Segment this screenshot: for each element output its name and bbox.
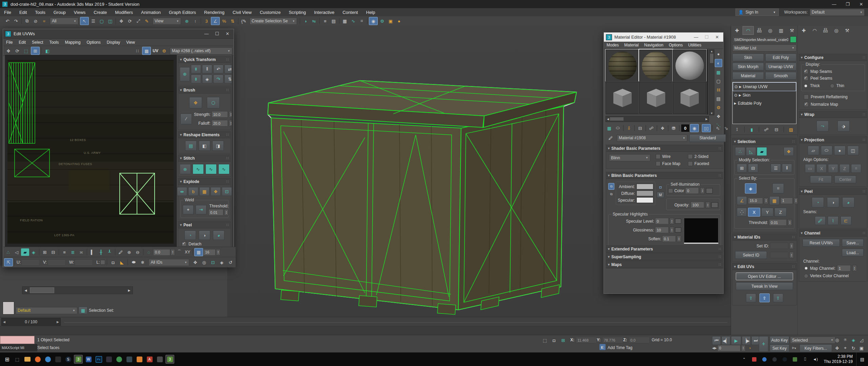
start-button[interactable]: ⊞ <box>3 355 12 364</box>
explode-header[interactable]: Explode⸬ <box>178 178 231 185</box>
planar-angle-field[interactable]: 15.0 <box>748 198 763 204</box>
backlight-icon[interactable]: ◐ <box>715 59 722 67</box>
cylindrical-map-button[interactable]: ⬭ <box>821 146 832 155</box>
spinner-snap-toggle[interactable]: ⇅ <box>229 17 237 25</box>
tray-discord-icon[interactable] <box>770 355 779 364</box>
tray-volume-icon[interactable]: ◄) <box>811 355 820 364</box>
set-id-field[interactable] <box>770 243 788 249</box>
frame-back-icon[interactable]: ◀ <box>3 320 5 324</box>
filter-selected-faces-icon[interactable]: ◣ <box>118 259 126 266</box>
grow-selection-button[interactable]: ⊞ <box>737 164 747 172</box>
menu-help[interactable]: Help <box>362 8 379 16</box>
polygon-sub-object-button[interactable]: ▰ <box>757 147 767 156</box>
menu-file[interactable]: File <box>0 8 15 16</box>
selection-filter-dropdown[interactable]: All <box>50 18 78 25</box>
make-unique-icon[interactable]: ☍ <box>762 126 770 133</box>
align-y-button[interactable]: Y <box>828 164 838 173</box>
maps-header[interactable]: Maps⸬ <box>606 261 723 268</box>
wrap-header[interactable]: Wrap⸬ <box>799 111 867 118</box>
snap-grid-icon[interactable]: ∷ <box>133 47 141 55</box>
tweak-in-view-button[interactable]: Tweak In View <box>736 282 793 290</box>
unwrap-uvw-button[interactable]: Unwrap UVW <box>765 63 797 70</box>
frame-forward-icon[interactable]: ▶ <box>57 320 59 324</box>
mat-menu-navigation[interactable]: Navigation <box>642 42 666 48</box>
tab-motion[interactable]: ◎ <box>765 26 775 35</box>
taskbar-icon-word[interactable]: W <box>84 355 93 364</box>
polygon-mode-icon[interactable]: ▰ <box>21 248 29 256</box>
taskbar-icon-autodesk[interactable]: A <box>145 355 154 364</box>
mat-menu-options[interactable]: Options <box>666 42 685 48</box>
sample-type-icon[interactable]: ● <box>715 50 722 58</box>
edge-mode-icon[interactable]: ◁ <box>13 248 21 256</box>
toggle-scene-explorer-button[interactable]: ▤ <box>330 17 338 25</box>
zoom-all-icon[interactable]: ⍟ <box>842 336 849 344</box>
weld-custom-button[interactable]: ⌖ <box>183 205 194 215</box>
pin-stack-icon[interactable]: ⟟ <box>733 126 741 133</box>
vertex-color-radio[interactable] <box>804 274 808 278</box>
current-frame-field[interactable]: 0 <box>717 345 741 351</box>
y-coord-field[interactable]: 78.776 <box>602 337 623 343</box>
make-preview-icon[interactable]: ▤ <box>715 95 722 102</box>
remove-modifier-icon[interactable]: ⊟ <box>772 126 781 133</box>
go-to-start-button[interactable]: ⏮ <box>712 336 721 345</box>
tab-motion-2[interactable]: ◎ <box>831 26 842 35</box>
map-channel-radio[interactable] <box>804 266 808 270</box>
spherical-map-button[interactable]: ● <box>834 146 846 155</box>
channel-header[interactable]: Channel⸬ <box>799 230 867 237</box>
distribute-horizontal-button[interactable]: ⇄ <box>224 65 232 74</box>
material-slot-2-active[interactable] <box>639 49 673 82</box>
fov-icon[interactable]: ◿ <box>858 336 865 344</box>
material-editor-titlebar[interactable]: 3 Material Editor - Material #1908 — ☐ ✕ <box>604 33 723 42</box>
maxscript-mini-listener[interactable] <box>0 336 35 344</box>
peel-mode-button-2[interactable]: ◑ <box>827 197 839 207</box>
edge-limit-spinner[interactable] <box>216 249 220 256</box>
close-icon[interactable]: ✕ <box>223 30 232 38</box>
self-illum-color-checkbox[interactable] <box>668 188 673 193</box>
mirror-selected-button[interactable]: ◧ <box>43 47 52 55</box>
relax-button[interactable]: ◨ <box>212 141 224 151</box>
material-slot-5[interactable] <box>639 82 673 114</box>
angle-snap-toggle[interactable]: ∠ <box>211 17 220 25</box>
shrink-selection-icon[interactable]: ⊟ <box>49 248 57 256</box>
select-and-place-button[interactable]: ✎ <box>143 17 151 25</box>
toggle-layer-explorer-button[interactable]: ≡ <box>321 17 329 25</box>
smooth-button[interactable]: Smooth <box>765 72 797 80</box>
uvw-menu-mapping[interactable]: Mapping <box>62 39 83 46</box>
taskbar-icon-firefox[interactable] <box>33 355 42 364</box>
menu-create[interactable]: Create <box>90 8 111 16</box>
close-icon[interactable]: ✕ <box>713 34 721 41</box>
uv-canvas[interactable]: 12 BOXES U.S. ARMY DETONATING FUSES FIEL… <box>5 55 177 247</box>
tab-hierarchy-2[interactable]: 品 <box>820 26 831 35</box>
axis-x-button[interactable]: X <box>748 208 760 217</box>
spline-wrap-button[interactable]: ⤳ <box>816 121 829 131</box>
shrink-loop-icon[interactable]: ≍ <box>77 248 85 256</box>
menu-graph-editors[interactable]: Graph Editors <box>165 8 200 16</box>
tray-display-icon[interactable]: ⌷ <box>801 355 810 364</box>
vertex-sub-object-button[interactable]: ∴ <box>735 147 745 156</box>
tray-antivirus-icon[interactable] <box>750 355 759 364</box>
selection-threshold-spinner[interactable] <box>788 219 792 226</box>
select-id-button[interactable]: Select ID <box>735 251 767 259</box>
select-by-edge-loop-button[interactable]: ⌗ <box>772 183 784 194</box>
configure-modifier-sets-icon[interactable]: ▨ <box>787 126 795 133</box>
zoom-viewport-icon[interactable]: ◎ <box>833 336 841 344</box>
stack-item-unwrap-uvw[interactable]: ⊙ ▶ Unwrap UVW <box>733 83 796 91</box>
menu-interactive[interactable]: Interactive <box>310 8 338 16</box>
taskbar-clock[interactable]: 2:38 PM Thu 2019-12-19 <box>821 354 856 364</box>
menu-tools[interactable]: Tools <box>31 8 49 16</box>
shrink-selection-button[interactable]: ⊟ <box>748 164 758 172</box>
menu-customize[interactable]: Customize <box>256 8 284 16</box>
uv-channel-2-button[interactable]: ⇧ <box>760 293 770 302</box>
break-button[interactable]: ⇹ <box>177 187 187 196</box>
zoom-extents-icon[interactable]: ◈ <box>850 336 857 344</box>
mat-menu-material[interactable]: Material <box>622 42 642 48</box>
soft-selection-icon[interactable]: ◌ <box>145 248 153 256</box>
uvw-panel-scrollbar[interactable] <box>232 55 233 247</box>
show-map-in-viewport-icon[interactable]: ◉ <box>690 124 699 132</box>
taskbar-icon-browser[interactable] <box>43 355 52 364</box>
video-color-check-icon[interactable]: ‖‖ <box>715 86 722 94</box>
time-slider-handle[interactable]: ◀ 0 / 100 ▶ <box>1 318 61 326</box>
keyable-icon[interactable]: 🗝 <box>790 344 798 351</box>
v-field[interactable] <box>47 259 66 266</box>
skin-button[interactable]: Skin <box>732 54 764 61</box>
